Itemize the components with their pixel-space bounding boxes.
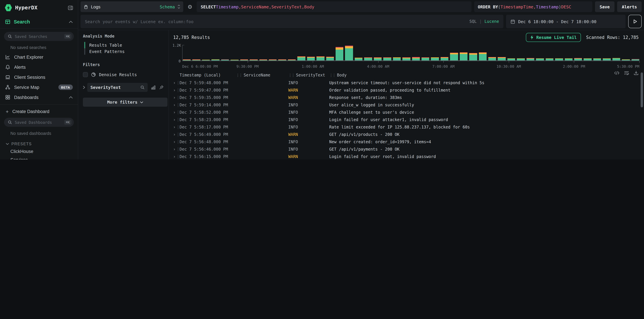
expand-row-icon[interactable]: › [172,154,180,159]
table-row[interactable]: ›Dec 7 5:59:14.000 PMINFOUser alice_w lo… [172,101,637,109]
code-view-icon[interactable] [614,71,620,75]
preset-item-services[interactable]: Services [0,156,78,159]
scrollbar-thumb[interactable] [641,72,643,107]
table-row[interactable]: ›Dec 7 5:58:23.000 PMINFOLogin failed fo… [172,116,637,123]
expand-row-icon[interactable]: › [172,125,180,129]
chart-bar[interactable] [632,59,639,60]
mode-event-patterns[interactable]: Event Patterns [83,48,164,55]
search-icon[interactable] [140,85,145,90]
mode-results-table[interactable]: Results Table [83,42,164,48]
chart-bar[interactable] [345,46,353,60]
sidebar-item-alerts[interactable]: Alerts [0,62,78,72]
chart-bar[interactable] [546,58,554,60]
col-servicename[interactable]: ⋮⋮ServiceName [236,73,288,77]
chart-bar[interactable] [508,58,515,60]
chart-bar[interactable] [393,57,401,60]
time-range-picker[interactable]: Dec 6 18:00:00 - Dec 7 18:00:00 [506,15,626,28]
table-row[interactable]: ›Dec 7 5:56:15.000 PMWARNLogin failed fo… [172,153,637,159]
expand-row-icon[interactable]: › [172,140,180,144]
run-query-button[interactable] [628,15,642,28]
preset-item-clickhouse[interactable]: ClickHouse [0,147,78,156]
query-language-toggle[interactable]: SQL | Lucene [469,19,499,24]
expand-row-icon[interactable]: › [172,88,180,93]
table-row[interactable]: ›Dec 7 5:59:47.000 PMWARNOrder validatio… [172,86,637,94]
chart-bar[interactable] [316,56,324,60]
chart-bar[interactable] [469,53,477,60]
table-row[interactable]: ›Dec 7 5:58:52.000 PMINFOMFA challenge s… [172,109,637,116]
chart-bar[interactable] [479,52,486,60]
chart-toggle-icon[interactable] [151,85,156,90]
chart-bar[interactable] [383,57,391,60]
drag-handle-icon[interactable]: ⋮⋮ [329,73,335,77]
saved-dashboards-input[interactable]: Saved Dashboards ⌘K [4,118,74,127]
chart-bar[interactable] [517,58,525,60]
table-row[interactable]: ›Dec 7 5:59:35.000 PMWARNResponse sent, … [172,94,637,101]
source-settings-button[interactable]: ⚙ [186,1,194,12]
expand-row-icon[interactable]: › [172,103,180,107]
expand-row-icon[interactable]: › [172,147,180,152]
chart-bar[interactable] [431,57,439,60]
chart-bar[interactable] [441,57,448,60]
chart-bar[interactable] [460,52,468,60]
col-body[interactable]: ⋮⋮Body [329,73,637,77]
text-wrap-icon[interactable] [624,71,629,75]
expand-row-icon[interactable]: › [172,132,180,137]
orderby-box[interactable]: ORDER BY (TimestampTime, Timestamp) DESC [474,1,592,12]
chart-bar[interactable] [498,57,506,60]
query-input[interactable]: SELECT Timestamp,ServiceName,SeverityTex… [197,1,471,12]
mode-lucene[interactable]: Lucene [484,19,499,24]
saved-searches-input[interactable]: Saved Searches ⌘K [4,32,74,41]
event-search-input[interactable]: Search your events w/ Lucene ex. column:… [80,15,504,28]
chart-bar[interactable] [622,59,630,60]
download-icon[interactable] [634,70,639,75]
chevron-up-icon[interactable] [69,21,73,23]
denoise-checkbox[interactable] [83,72,88,77]
chart-bar[interactable] [374,57,382,60]
chart-bar[interactable] [326,56,334,60]
source-select[interactable]: Logs Schema [80,1,183,12]
chevron-right-icon[interactable] [83,85,85,89]
chart-bar[interactable] [584,58,592,60]
table-row[interactable]: ›Dec 7 5:58:17.000 PMINFORate limit exce… [172,123,637,131]
col-timestamp[interactable]: Timestamp (Local) [180,73,236,77]
chart-bar[interactable] [355,57,362,60]
chart-bar[interactable] [536,58,544,60]
chart-bar[interactable] [603,58,611,60]
pin-icon[interactable] [159,85,164,90]
create-dashboard-button[interactable]: + Create Dashboard [0,106,78,117]
drag-handle-icon[interactable]: ⋮⋮ [288,73,294,77]
chart-bar[interactable] [565,58,572,60]
chart-bar[interactable] [555,58,563,60]
expand-row-icon[interactable]: › [172,95,180,100]
collapse-sidebar-icon[interactable] [68,5,73,10]
more-filters-button[interactable]: More filters [83,98,168,107]
resume-live-tail-button[interactable]: Resume Live Tail [526,33,581,42]
chart-bar[interactable] [412,57,420,60]
sidebar-item-search[interactable]: Search [0,15,78,28]
alerts-button[interactable]: Alerts [617,1,642,12]
chart-bar[interactable] [574,58,582,60]
chart-bar[interactable] [612,58,620,60]
chart-bar[interactable] [450,53,458,60]
sidebar-item-dashboards[interactable]: Dashboards [0,92,78,102]
table-row[interactable]: ›Dec 7 5:56:48.000 PMINFONew order creat… [172,138,637,146]
chevron-up-icon[interactable] [69,96,73,98]
chart-bar[interactable] [526,58,534,60]
chart-bar[interactable] [402,57,410,60]
table-row[interactable]: ›Dec 7 5:56:46.000 PMINFOGET /api/v1/pay… [172,146,637,153]
expand-row-icon[interactable]: › [172,80,180,85]
chart-bar[interactable] [307,56,315,60]
expand-row-icon[interactable]: › [172,110,180,115]
table-row[interactable]: ›Dec 7 5:59:48.000 PMINFOUpstream servic… [172,79,637,86]
sidebar-item-chart-explorer[interactable]: Chart Explorer [0,52,78,62]
chart-bar[interactable] [336,47,344,60]
expand-row-icon[interactable]: › [172,117,180,122]
chart-bar[interactable] [364,57,372,60]
save-button[interactable]: Save [595,1,614,12]
chart-bar[interactable] [298,56,306,60]
severity-filter-field[interactable]: SeverityText [88,83,148,92]
table-row[interactable]: ›Dec 7 5:56:49.000 PMWARNGET /api/v1/pro… [172,131,637,138]
col-severitytext[interactable]: ⋮⋮SeverityText [288,73,329,77]
mode-sql[interactable]: SQL [469,19,476,24]
sidebar-item-client-sessions[interactable]: Client Sessions [0,72,78,82]
